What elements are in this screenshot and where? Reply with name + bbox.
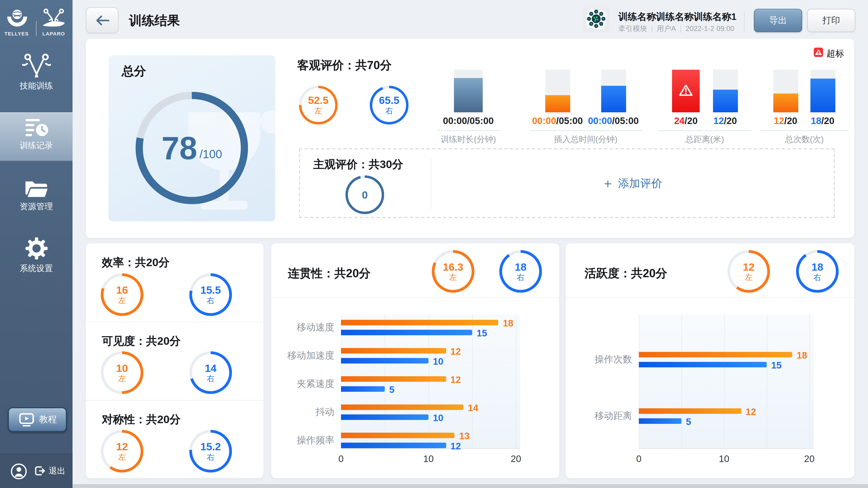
subjective-ring: 0: [345, 175, 384, 214]
sidebar-item-resource-management[interactable]: 资源管理: [0, 178, 72, 212]
bar-fill: [810, 78, 835, 112]
page-title: 训练结果: [129, 12, 180, 29]
total-score-denominator: /100: [199, 148, 222, 161]
laparo-wordmark: LAPARO: [39, 31, 68, 36]
total-score-ring: 78 /100: [135, 92, 248, 204]
hval: 14: [468, 403, 478, 414]
tutorial-label: 教程: [39, 414, 57, 425]
add-evaluation-button[interactable]: ＋ 添加评价: [431, 149, 833, 217]
hval: 18: [797, 350, 807, 361]
gear-icon: [25, 237, 48, 260]
bar-fill: [601, 86, 626, 112]
tutorial-button[interactable]: 教程: [8, 407, 67, 432]
efficiency-heading: 效率：共20分: [102, 255, 169, 270]
gridline: [767, 314, 767, 448]
hval: 10: [433, 356, 443, 367]
print-button[interactable]: 打印: [807, 9, 855, 32]
bar-fill: [545, 95, 570, 112]
tick: 10: [423, 454, 434, 465]
subjective-evaluation-box: 主观评价：共30分 0 ＋ 添加评价: [299, 148, 835, 218]
group-label: 总次数(次): [785, 134, 824, 145]
group-divider: [437, 130, 500, 131]
tick: 0: [338, 454, 344, 465]
horizontal-scrollbar[interactable]: [72, 484, 868, 488]
cat: 夹紧速度: [274, 378, 334, 390]
session-subtitle: 牵引模块|用户A|2022-1-2 09:00: [618, 24, 735, 34]
gridline: [724, 314, 724, 448]
tellyes-wordmark: TELLYES: [2, 31, 31, 36]
hval: 12: [450, 441, 461, 452]
bar-total-distance-left: [672, 70, 700, 112]
total-score-label: 总分: [122, 63, 146, 79]
bar-insert-time-right: [601, 70, 626, 112]
symmetry-left-ring: 12左: [101, 430, 144, 473]
value-total-distance-right: 12/20: [713, 116, 737, 127]
cat: 操作频率: [274, 434, 334, 447]
hbar: [639, 362, 767, 367]
back-button[interactable]: [86, 7, 119, 33]
cat: 移动距离: [571, 410, 632, 422]
bar-fill: [713, 90, 738, 112]
value-insert-time-right: 00:00/05:00: [588, 116, 639, 127]
activity-card: 活跃度：共20分 12左 18右 操作次数1815移动距离12501020: [566, 243, 854, 478]
session-module: 牵引模块: [618, 24, 647, 33]
bar-total-count-left: [773, 70, 798, 112]
tick: 20: [510, 454, 521, 465]
export-button[interactable]: 导出: [754, 9, 802, 32]
app-root: TELLYES LAPARO 技能训练: [0, 0, 868, 488]
hval: 12: [450, 346, 461, 357]
hval: 12: [745, 407, 756, 418]
gridline: [472, 314, 473, 448]
add-evaluation-label: 添加评价: [618, 176, 662, 191]
section-divider: [566, 297, 854, 297]
coherence-left-ring: 16.3左: [432, 250, 474, 293]
gridline: [809, 314, 810, 448]
group-label: 插入总时间(分钟): [554, 134, 618, 145]
hval: 15: [477, 328, 487, 339]
sidebar-bottom-bar: 退出: [0, 454, 72, 488]
cat: 移动加速度: [274, 350, 334, 362]
instruments-icon: [22, 53, 51, 77]
cat: 移动速度: [274, 322, 334, 334]
sidebar-item-training-records[interactable]: 训练记录: [0, 112, 72, 161]
sidebar-item-label: 系统设置: [0, 263, 72, 274]
tick: 0: [636, 454, 642, 465]
group-divider: [760, 130, 848, 131]
logout-button[interactable]: 退出: [34, 454, 65, 488]
section-divider: [86, 400, 264, 400]
visibility-left-ring: 10左: [101, 351, 144, 394]
objective-heading: 客观评价：共70分: [297, 58, 392, 73]
hval: 12: [450, 375, 461, 386]
hbar: [341, 348, 446, 353]
back-arrow-icon: [95, 14, 110, 26]
value-total-count-left: 12/20: [774, 116, 797, 127]
sidebar-item-label: 技能训练: [0, 81, 72, 92]
coherence-heading: 连贯性：共20分: [288, 266, 370, 281]
coherence-bar-chart: 移动速度1815移动加速度1210夹紧速度125抖动1410操作频率131201…: [341, 314, 520, 449]
gridline: [639, 314, 639, 448]
hval: 18: [503, 318, 513, 329]
symmetry-right-ring: 15.2右: [189, 430, 232, 473]
value-total-distance-left: 24/20: [674, 116, 698, 127]
hbar: [341, 330, 472, 335]
visibility-right-ring: 14右: [189, 351, 232, 394]
hbar: [341, 358, 429, 363]
section-divider: [86, 322, 264, 322]
bar-total-distance-right: [713, 70, 738, 112]
sidebar-item-system-settings[interactable]: 系统设置: [0, 237, 72, 274]
coherence-card: 连贯性：共20分 16.3左 18右 移动速度1815移动加速度1210夹紧速度…: [271, 243, 559, 478]
cat: 抖动: [274, 406, 334, 418]
hval: 5: [389, 385, 395, 396]
hbar: [341, 386, 385, 392]
group-divider: [659, 130, 751, 131]
gridline: [516, 314, 516, 448]
sidebar-item-skill-training[interactable]: 技能训练: [0, 53, 72, 91]
group-divider: [530, 130, 642, 131]
hbar: [341, 443, 446, 448]
tick: 10: [719, 454, 729, 465]
summary-card: 总分 78 /100 客观评价：共70分 52.5左 65.5右 00:00/0…: [86, 39, 854, 238]
user-avatar-icon[interactable]: [11, 463, 27, 480]
sidebar: TELLYES LAPARO 技能训练: [0, 0, 72, 488]
gridline: [682, 314, 682, 448]
records-icon: [24, 118, 49, 138]
